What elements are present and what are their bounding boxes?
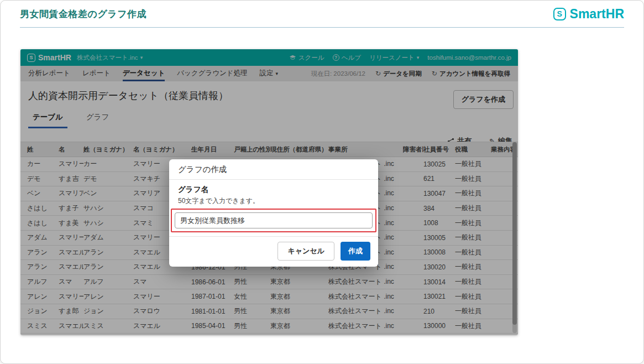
page-header: 男女間賃金格差のグラフ作成 S SmartHR (20, 1, 624, 28)
graph-name-label: グラフ名 (178, 185, 369, 195)
graph-name-help-text: 50文字まで入力できます。 (178, 196, 369, 206)
brand-name: SmartHR (570, 7, 624, 22)
page-title: 男女間賃金格差のグラフ作成 (20, 8, 146, 20)
create-button[interactable]: 作成 (341, 242, 370, 261)
modal-title: グラフの作成 (169, 159, 378, 180)
smarthr-logo: S SmartHR (553, 7, 624, 22)
annotation-highlight-box (171, 209, 376, 232)
create-graph-modal: グラフの作成 グラフ名 50文字まで入力できます。 キャンセル 作成 (169, 159, 378, 267)
cancel-button[interactable]: キャンセル (278, 242, 334, 261)
smarthr-s-icon: S (553, 8, 566, 20)
page-card: 男女間賃金格差のグラフ作成 S SmartHR S SmartHR 株式会社スマ… (0, 0, 644, 364)
modal-footer: キャンセル 作成 (169, 236, 378, 267)
graph-name-input[interactable] (175, 212, 373, 228)
